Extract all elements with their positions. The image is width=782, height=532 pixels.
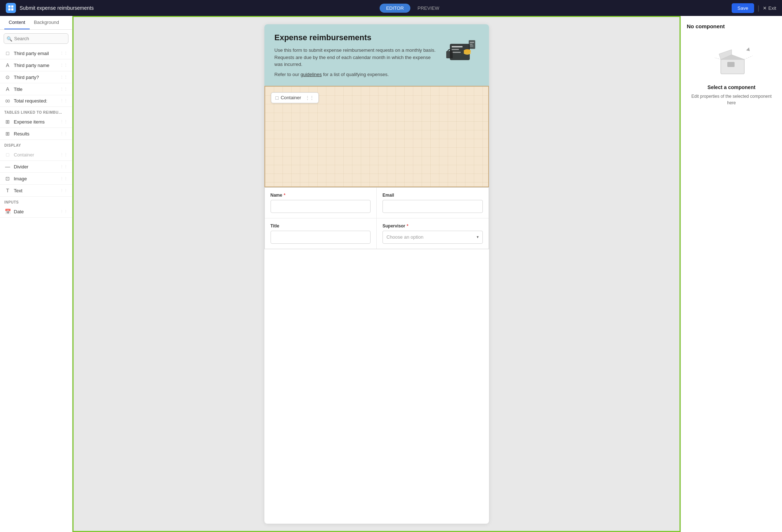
drag-handle[interactable]: ⋮⋮	[60, 87, 68, 92]
inputs-section-header: INPUTS	[0, 197, 72, 206]
drag-handle[interactable]: ⋮⋮	[60, 51, 68, 56]
form-header-link: Refer to our guidelines for a list of qu…	[275, 72, 437, 77]
name-input[interactable]	[271, 200, 371, 213]
link-suffix: for a list of qualifying expenses.	[322, 72, 389, 77]
container-drag-handle[interactable]: ⋮⋮	[305, 95, 314, 100]
left-panel: Content Background 🔍 □ Third party email…	[0, 16, 72, 532]
svg-rect-10	[446, 51, 453, 58]
item-label: Date	[14, 209, 57, 214]
drag-handle[interactable]: ⋮⋮	[60, 188, 68, 193]
email-input[interactable]	[382, 200, 483, 213]
list-item-results[interactable]: ⊞ Results ⋮⋮	[0, 128, 72, 140]
left-panel-tabs: Content Background	[0, 16, 72, 30]
svg-rect-12	[470, 42, 474, 43]
list-item-date[interactable]: 📅 Date ⋮⋮	[0, 206, 72, 218]
editor-tab[interactable]: EDITOR	[380, 4, 410, 13]
date-icon: 📅	[4, 209, 11, 214]
drag-handle[interactable]: ⋮⋮	[60, 164, 68, 169]
drag-handle[interactable]: ⋮⋮	[60, 63, 68, 68]
image-icon: ⊡	[4, 176, 11, 181]
fields-row-1: Name * Email	[265, 188, 489, 218]
text-icon: T	[4, 188, 11, 193]
item-label: Title	[14, 87, 57, 92]
preview-tab[interactable]: PREVIEW	[411, 4, 446, 13]
topbar-tabs: EDITOR PREVIEW	[380, 4, 446, 13]
list-item-image[interactable]: ⊡ Image ⋮⋮	[0, 173, 72, 185]
drag-handle[interactable]: ⋮⋮	[60, 75, 68, 80]
left-panel-list: □ Third party email ⋮⋮ A Third party nam…	[0, 47, 72, 532]
link-prefix: Refer to our	[275, 72, 301, 77]
logo-icon	[8, 5, 14, 11]
svg-rect-14	[470, 46, 473, 46]
empty-state-svg	[703, 39, 761, 76]
list-item-title[interactable]: A Title ⋮⋮	[0, 83, 72, 95]
drag-handle[interactable]: ⋮⋮	[60, 120, 68, 124]
fields-section: Name * Email	[264, 187, 489, 249]
list-item-expense-items[interactable]: ⊞ Expense items ⋮⋮	[0, 116, 72, 128]
item-label: Total requested:	[14, 98, 57, 104]
required-indicator: *	[407, 223, 409, 229]
text-field-icon: A	[4, 86, 11, 92]
drag-handle[interactable]: ⋮⋮	[60, 176, 68, 181]
item-label: Expense items	[14, 119, 57, 125]
right-panel-title: No component	[687, 23, 725, 29]
svg-rect-5	[452, 46, 463, 47]
field-cell-title: Title	[265, 218, 377, 249]
save-button[interactable]: Save	[732, 3, 754, 13]
tab-background[interactable]: Background	[30, 16, 63, 29]
list-item-text[interactable]: T Text ⋮⋮	[0, 185, 72, 197]
exit-label: Exit	[768, 5, 776, 11]
svg-line-18	[744, 56, 753, 59]
main-layout: Content Background 🔍 □ Third party email…	[0, 16, 782, 532]
select-component-title: Select a component	[707, 84, 755, 90]
form-header: Expense reimbursements Use this form to …	[264, 24, 489, 86]
center-canvas: Expense reimbursements Use this form to …	[72, 16, 681, 532]
title-input[interactable]	[271, 231, 371, 244]
list-item-total-requested[interactable]: 00 Total requested: ⋮⋮	[0, 95, 72, 107]
item-label: Third party?	[14, 75, 57, 80]
list-item-third-party-toggle[interactable]: ⊙ Third party? ⋮⋮	[0, 71, 72, 83]
divider-icon: —	[4, 164, 11, 169]
item-label: Container	[14, 152, 57, 158]
svg-rect-6	[452, 49, 459, 50]
field-cell-email: Email	[377, 188, 489, 218]
item-label: Results	[14, 131, 57, 137]
supervisor-select[interactable]: Choose an option ▾	[382, 231, 483, 244]
drag-handle[interactable]: ⋮⋮	[60, 131, 68, 136]
list-item-third-party-email[interactable]: □ Third party email ⋮⋮	[0, 47, 72, 59]
field-label-title: Title	[271, 223, 371, 229]
drag-handle[interactable]: ⋮⋮	[60, 209, 68, 214]
table-icon: ⊞	[4, 119, 11, 125]
search-input[interactable]	[4, 33, 68, 44]
drag-handle: ⋮⋮	[60, 152, 68, 157]
container-chip-icon: □	[276, 95, 279, 101]
item-label: Divider	[14, 164, 57, 169]
list-item-divider[interactable]: — Divider ⋮⋮	[0, 161, 72, 173]
required-indicator: *	[284, 193, 285, 198]
svg-marker-20	[746, 47, 750, 51]
right-panel-description: Edit properties of the selected componen…	[687, 93, 776, 106]
exit-button[interactable]: ✕ Exit	[763, 5, 776, 11]
drag-handle[interactable]: ⋮⋮	[60, 99, 68, 103]
tables-section-header: TABLES LINKED TO REIMBU...	[0, 107, 72, 116]
svg-rect-3	[11, 8, 13, 11]
toggle-icon: ⊙	[4, 74, 11, 80]
form-header-illustration	[443, 33, 479, 67]
form-description: Use this form to submit expense reimburs…	[275, 47, 437, 68]
guidelines-link[interactable]: guidelines	[301, 72, 322, 77]
svg-point-9	[464, 49, 471, 53]
list-item-third-party-name[interactable]: A Third party name ⋮⋮	[0, 59, 72, 71]
topbar: Submit expense reimbursements EDITOR PRE…	[0, 0, 782, 16]
search-box: 🔍	[4, 33, 68, 44]
container-icon: □	[4, 152, 11, 158]
topbar-left: Submit expense reimbursements	[6, 3, 94, 13]
tab-content[interactable]: Content	[4, 16, 30, 29]
field-label-name: Name *	[271, 193, 371, 198]
field-label-supervisor: Supervisor *	[382, 223, 483, 229]
container-chip[interactable]: □ Container ⋮⋮	[271, 92, 319, 103]
close-icon: ✕	[763, 5, 767, 11]
display-section-header: DISPLAY	[0, 140, 72, 149]
svg-rect-2	[8, 8, 11, 11]
text-field-icon: A	[4, 62, 11, 68]
item-label: Third party email	[14, 51, 57, 56]
